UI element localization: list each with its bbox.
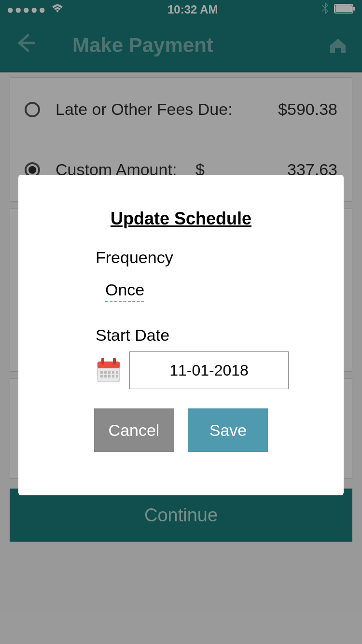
- svg-rect-14: [108, 375, 111, 378]
- svg-rect-10: [112, 371, 114, 374]
- calendar-icon[interactable]: [96, 357, 122, 384]
- save-button[interactable]: Save: [188, 408, 268, 452]
- svg-rect-5: [101, 358, 104, 364]
- start-date-input[interactable]: 11-01-2018: [129, 351, 289, 389]
- svg-rect-9: [108, 371, 111, 374]
- save-label: Save: [209, 421, 247, 440]
- frequency-select[interactable]: Once: [105, 280, 144, 302]
- svg-rect-4: [97, 362, 120, 368]
- svg-rect-8: [104, 371, 107, 374]
- svg-rect-7: [100, 371, 103, 374]
- svg-rect-11: [116, 371, 118, 374]
- svg-rect-16: [116, 375, 118, 378]
- svg-rect-15: [112, 375, 114, 378]
- cancel-label: Cancel: [109, 421, 160, 440]
- update-schedule-modal: Update Schedule Frequency Once Start Dat…: [18, 175, 344, 495]
- start-date-label: Start Date: [96, 326, 315, 345]
- modal-title: Update Schedule: [47, 209, 315, 229]
- cancel-button[interactable]: Cancel: [94, 408, 174, 452]
- svg-rect-6: [113, 358, 116, 364]
- frequency-label: Frequency: [96, 248, 315, 267]
- svg-rect-13: [104, 375, 107, 378]
- svg-rect-12: [100, 375, 103, 378]
